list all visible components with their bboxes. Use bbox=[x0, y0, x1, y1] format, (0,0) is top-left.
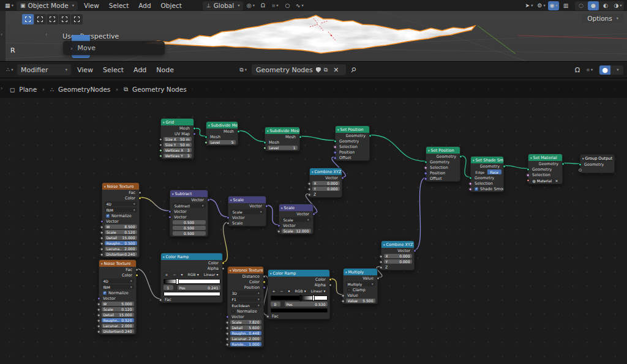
value-field[interactable]: Detail5.600 bbox=[230, 325, 261, 330]
unlink-button[interactable]: ✕ bbox=[331, 66, 341, 74]
socket-scale[interactable] bbox=[227, 221, 230, 225]
collapse-chevron-icon[interactable]: ▾ bbox=[582, 157, 584, 160]
socket-geometry[interactable] bbox=[527, 168, 530, 171]
socket-mesh[interactable] bbox=[263, 141, 266, 144]
node-header[interactable]: ▾Set Shade Smooth bbox=[471, 157, 503, 163]
node-combine-xyz[interactable]: ▾Combine XYZVectorX0.000Y0.000Z bbox=[309, 168, 342, 198]
node-header[interactable]: ▾Noise Texture bbox=[99, 260, 136, 267]
material-field[interactable]: ◍Material✕ bbox=[531, 178, 560, 183]
checkbox[interactable] bbox=[231, 310, 235, 313]
socket-level[interactable] bbox=[263, 146, 266, 149]
socket-position[interactable] bbox=[263, 286, 266, 289]
node-header[interactable]: ▾Voronoi Texture bbox=[228, 267, 263, 273]
shading-rendered-button[interactable]: ◑▾ bbox=[612, 1, 623, 10]
colorramp-control[interactable]: RGB▾ bbox=[186, 272, 201, 277]
socket-fac[interactable] bbox=[135, 268, 138, 271]
checkbox[interactable] bbox=[347, 288, 351, 292]
select-circle-button[interactable] bbox=[47, 14, 58, 24]
socket-distance[interactable] bbox=[263, 275, 266, 278]
value-field[interactable]: W5.000 bbox=[102, 302, 134, 306]
snap-magnet-button[interactable]: Ω bbox=[257, 1, 268, 10]
menu-select[interactable]: Select bbox=[98, 66, 129, 74]
socket-geometry[interactable] bbox=[469, 176, 472, 179]
value-field[interactable]: 0.500 bbox=[173, 226, 206, 231]
value-field[interactable]: Scale0.120 bbox=[105, 230, 137, 235]
collapse-chevron-icon[interactable]: ▾ bbox=[428, 149, 430, 152]
collapse-chevron-icon[interactable]: ▾ bbox=[104, 185, 106, 188]
node-set-position[interactable]: ▾Set PositionGeometryGeometrySelectionPo… bbox=[426, 146, 460, 182]
value-field[interactable]: Detail15.000 bbox=[105, 236, 137, 240]
material-unlink-icon[interactable]: ✕ bbox=[555, 179, 558, 183]
dropdown[interactable]: Multiply▾ bbox=[346, 281, 375, 286]
socket-geometry[interactable] bbox=[579, 163, 582, 166]
socket-mesh[interactable] bbox=[205, 135, 208, 138]
node-scale[interactable]: ▾ScaleVectorScale▾VectorScale12.000 bbox=[279, 204, 314, 234]
value-field[interactable]: Roughn..0.448 bbox=[230, 331, 261, 336]
socket-geometry[interactable] bbox=[561, 162, 565, 165]
collapse-chevron-icon[interactable]: ▾ bbox=[208, 124, 210, 127]
proportional-edit-button[interactable]: ○ bbox=[282, 1, 293, 10]
socket-color[interactable] bbox=[263, 280, 266, 283]
color-swatch[interactable] bbox=[163, 292, 220, 296]
node-color-ramp[interactable]: ▾Color RampColorAlpha+−▾RGB▾Linear▾1Pos0… bbox=[160, 253, 223, 303]
chevron-down-icon[interactable]: ▾ bbox=[612, 65, 623, 75]
colorramp-control[interactable]: ▾ bbox=[287, 289, 292, 294]
socket-material[interactable] bbox=[527, 179, 530, 182]
editor-type-button[interactable]: ▦ ▾ bbox=[4, 1, 15, 10]
node-header[interactable]: ▾Subdivide Mesh bbox=[206, 122, 238, 128]
region-collapse-chevron[interactable]: ‹ bbox=[1, 32, 2, 37]
collapse-chevron-icon[interactable]: ▾ bbox=[312, 170, 314, 174]
node-noise-texture[interactable]: ▾Noise TextureFacColor4D▾fBM▾NormalizeVe… bbox=[99, 259, 137, 335]
collapse-chevron-icon[interactable]: ▾ bbox=[172, 192, 174, 196]
socket-size x[interactable] bbox=[159, 138, 162, 141]
node-tree-name-box[interactable]: Geometry Nodes ⧉ ✕ bbox=[252, 64, 345, 75]
select-box-button[interactable] bbox=[34, 14, 46, 24]
editor-type-button[interactable]: ∴ ▾ bbox=[4, 65, 15, 75]
menu-view[interactable]: View bbox=[72, 66, 98, 74]
colorramp-control[interactable]: ▾ bbox=[179, 272, 185, 277]
node-set-position[interactable]: ▾Set PositionGeometryGeometrySelectionPo… bbox=[335, 125, 370, 161]
dropdown[interactable]: Euclidean▾ bbox=[230, 303, 261, 308]
colorramp-control[interactable]: + bbox=[271, 289, 277, 294]
colorramp-control[interactable]: RGB▾ bbox=[293, 289, 308, 294]
colorramp-control[interactable]: Linear▾ bbox=[309, 289, 328, 294]
select-lasso-button[interactable] bbox=[59, 14, 70, 24]
socket-vector[interactable] bbox=[341, 176, 344, 179]
mode-dropdown[interactable]: ▣ Object Mode ▾ bbox=[17, 1, 78, 10]
collapse-chevron-icon[interactable]: ▾ bbox=[101, 262, 103, 266]
dropdown[interactable]: fBM▾ bbox=[105, 207, 137, 212]
socket-vertices x[interactable] bbox=[159, 149, 162, 152]
colorramp-control[interactable]: + bbox=[163, 272, 170, 277]
value-field[interactable]: Scale7.820 bbox=[230, 320, 261, 325]
node-color-ramp[interactable]: ▾Color RampColorAlpha+−▾RGB▾Linear▾0Pos0… bbox=[268, 269, 330, 319]
toggle-button-edge[interactable]: Edge bbox=[473, 169, 487, 174]
node-header[interactable]: ▾Combine XYZ bbox=[310, 168, 342, 175]
socket-alpha[interactable] bbox=[329, 283, 332, 286]
socket-alpha[interactable] bbox=[222, 267, 225, 270]
stop-index-field[interactable]: 1 bbox=[163, 285, 173, 290]
gradient-stop-handle[interactable] bbox=[299, 295, 302, 301]
value-field[interactable]: Lacunar..2.000 bbox=[230, 336, 261, 341]
breadcrumb-item[interactable]: Geometry Nodes bbox=[132, 86, 187, 93]
menu-add[interactable]: Add bbox=[129, 66, 151, 74]
dropdown[interactable]: 4D▾ bbox=[105, 201, 137, 206]
toolbar-collapse-chevron[interactable]: ‹ bbox=[45, 32, 47, 37]
stop-position-field[interactable]: Pos0.530 bbox=[285, 302, 328, 306]
menu-add[interactable]: Add bbox=[133, 2, 156, 9]
value-field[interactable]: X0.000 bbox=[312, 181, 340, 186]
node-header[interactable]: ▾Multiply bbox=[344, 269, 377, 275]
node-graph-canvas[interactable]: ◻Plane›∴GeometryNodes›⧉Geometry Nodes › … bbox=[0, 78, 627, 364]
value-field[interactable]: Distortion0.240 bbox=[105, 252, 137, 257]
collapse-chevron-icon[interactable]: ▾ bbox=[163, 255, 165, 259]
gizmo-button[interactable]: ⚙▾ bbox=[536, 1, 547, 10]
value-field[interactable]: Roughn..0.520 bbox=[102, 318, 134, 323]
checkbox[interactable] bbox=[106, 214, 110, 218]
node-header[interactable]: ▾Set Position bbox=[336, 126, 369, 133]
value-field[interactable]: Detail15.000 bbox=[102, 313, 134, 318]
gradient-stop-handle[interactable] bbox=[176, 278, 179, 284]
select-paint-button[interactable] bbox=[71, 14, 83, 24]
socket-vector[interactable] bbox=[168, 215, 171, 218]
value-field[interactable]: Scale0.120 bbox=[102, 307, 134, 312]
value-field[interactable]: X0.000 bbox=[384, 254, 412, 259]
collapse-chevron-icon[interactable]: ▾ bbox=[281, 206, 283, 210]
